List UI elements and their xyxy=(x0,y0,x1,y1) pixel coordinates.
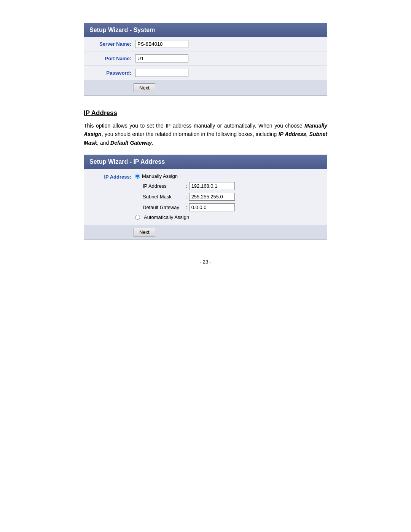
system-next-button[interactable]: Next xyxy=(134,83,155,92)
manually-assign-radio-row[interactable]: Manually Assign xyxy=(135,173,322,179)
ip-address-field-input[interactable] xyxy=(189,182,235,190)
server-name-input[interactable] xyxy=(135,40,188,48)
ip-address-field-row: IP Address : xyxy=(143,182,322,190)
password-input[interactable] xyxy=(135,69,188,77)
automatically-assign-radio[interactable] xyxy=(135,215,140,220)
ip-wizard-body: IP Address: Manually Assign IP Address :… xyxy=(84,169,327,240)
default-gateway-separator: : xyxy=(186,204,188,210)
system-wizard-title: Setup Wizard - System xyxy=(89,27,155,33)
port-name-input[interactable] xyxy=(135,54,188,62)
ip-next-button[interactable]: Next xyxy=(134,228,155,236)
system-wizard-body: Server Name: Port Name: Password: Next xyxy=(84,37,327,95)
para-text-5: . xyxy=(152,140,153,146)
subnet-mask-field-row: Subnet Mask : xyxy=(143,193,322,201)
para-text-2: , you should enter the related informati… xyxy=(102,131,279,137)
automatically-assign-radio-row[interactable]: Automatically Assign xyxy=(135,214,322,220)
ip-section-heading: IP Address xyxy=(84,109,327,117)
manually-assign-radio[interactable] xyxy=(135,174,140,179)
ip-address-separator: : xyxy=(186,183,188,189)
subnet-mask-separator: : xyxy=(186,194,188,200)
system-next-button-row: Next xyxy=(84,80,327,95)
port-name-row: Port Name: xyxy=(84,51,327,66)
ip-address-field-label: IP Address xyxy=(143,183,185,189)
ip-section-paragraph: This option allows you to set the IP add… xyxy=(84,121,327,147)
ip-wizard-box: Setup Wizard - IP Address IP Address: Ma… xyxy=(84,155,327,240)
ip-address-label: IP Address: xyxy=(89,173,131,180)
server-name-row: Server Name: xyxy=(84,37,327,51)
port-name-label: Port Name: xyxy=(89,56,131,61)
default-gateway-bold: Default Gateway xyxy=(110,140,152,146)
default-gateway-field-label: Default Gateway xyxy=(143,204,185,210)
para-text-3: , xyxy=(306,131,309,137)
ip-address-bold: IP Address xyxy=(279,131,306,137)
ip-wizard-title: Setup Wizard - IP Address xyxy=(89,158,165,165)
manually-assign-label: Manually Assign xyxy=(142,173,178,179)
system-wizard-box: Setup Wizard - System Server Name: Port … xyxy=(84,23,327,96)
password-row: Password: xyxy=(84,66,327,80)
password-label: Password: xyxy=(89,70,131,76)
server-name-label: Server Name: xyxy=(89,41,131,47)
default-gateway-field-input[interactable] xyxy=(189,203,235,211)
para-text-4: , and xyxy=(97,140,110,146)
ip-next-button-row: Next xyxy=(84,225,327,240)
ip-address-content-row: IP Address: Manually Assign IP Address :… xyxy=(84,169,327,225)
subnet-mask-field-input[interactable] xyxy=(189,193,235,201)
page-number: - 23 - xyxy=(84,259,327,265)
ip-fields-col: Manually Assign IP Address : Subnet Mask… xyxy=(135,173,322,220)
subnet-mask-field-label: Subnet Mask xyxy=(143,194,185,200)
ip-wizard-header: Setup Wizard - IP Address xyxy=(84,155,327,169)
para-text-1: This option allows you to set the IP add… xyxy=(84,123,304,129)
automatically-assign-label: Automatically Assign xyxy=(144,214,189,220)
system-wizard-header: Setup Wizard - System xyxy=(84,23,327,37)
default-gateway-field-row: Default Gateway : xyxy=(143,203,322,211)
